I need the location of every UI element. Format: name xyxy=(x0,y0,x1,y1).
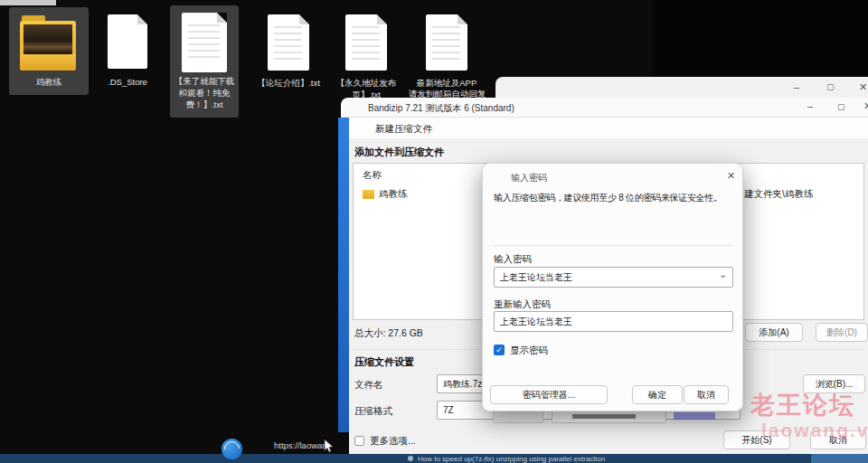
folder-thumbnail xyxy=(24,24,72,54)
page-lines xyxy=(274,26,302,61)
desktop-icon-dsstore[interactable]: .DS_Store xyxy=(94,7,161,95)
desktop-icon-readme[interactable]: 【来了就能下载 和观看！纯免 费！】.txt xyxy=(170,5,239,118)
maximize-icon[interactable]: ▢ xyxy=(837,102,845,112)
list-row-name[interactable]: 鸡教练 xyxy=(379,188,408,201)
page-fold xyxy=(137,14,147,24)
close-icon[interactable]: ✕ xyxy=(859,82,867,92)
more-options-label: 更多选项... xyxy=(370,435,416,448)
file-icon xyxy=(426,14,467,71)
folder-front-lip xyxy=(20,54,76,71)
desktop-icon-label: 鸡教练 xyxy=(9,77,89,89)
password-input[interactable]: 上老王论坛当老王 ⌄ xyxy=(494,267,733,288)
background-window-titlebar: – ▢ ✕ xyxy=(495,77,868,99)
desktop-icon-label: 【永久地址发布 xyxy=(331,78,401,90)
taskbar-video-title: How to speed up(7z-fix) unzipping using … xyxy=(418,455,605,463)
desktop-icon-label: 【来了就能下载 xyxy=(170,76,239,88)
password-value: 上老王论坛当老王 xyxy=(500,271,572,284)
taskbar[interactable]: How to speed up(7z-fix) unzipping using … xyxy=(0,454,868,463)
reenter-password-input[interactable]: 上老王论坛当老王 xyxy=(494,311,733,332)
desktop-icon-label: 【论坛介绍】.txt xyxy=(253,78,324,90)
dialog-title: 新建压缩文件 xyxy=(375,123,432,136)
obscured-text xyxy=(572,414,636,419)
new-archive-header: 新建压缩文件 xyxy=(349,118,868,139)
page-fold xyxy=(377,14,387,24)
delete-button[interactable]: 删除(D) xyxy=(816,323,868,342)
page-lines xyxy=(188,24,220,62)
show-password-checkbox[interactable]: ✓ xyxy=(494,345,505,355)
window-title: Bandizip 7.21 测试版本 6 (Standard) xyxy=(368,102,514,115)
archive-settings-section-label: 压缩文件设置 xyxy=(354,355,414,369)
taskbar-highlight-segment[interactable] xyxy=(811,454,868,463)
ok-button[interactable]: 确定 xyxy=(632,385,683,404)
dialog-divider xyxy=(494,245,733,246)
desktop-dark-region xyxy=(653,0,868,78)
watermark-line2: laowang.vip xyxy=(761,420,868,441)
page-fold xyxy=(299,14,309,24)
maximize-icon[interactable]: ▢ xyxy=(826,82,835,92)
page-fold xyxy=(217,13,227,23)
close-icon[interactable]: ✕ xyxy=(863,101,868,111)
chevron-down-icon[interactable]: ⌄ xyxy=(719,269,727,280)
desktop: 鸡教练 .DS_Store 【来了就能下载 和观看！纯免 费！】.txt 【论坛… xyxy=(0,0,868,463)
link-fragment[interactable] xyxy=(674,412,715,420)
password-dialog-title: 输入密码 xyxy=(511,172,547,184)
folder-icon xyxy=(363,190,374,199)
minimize-icon[interactable]: – xyxy=(807,101,813,111)
top-left-window-sliver xyxy=(0,0,56,5)
reenter-password-label: 重新输入密码 xyxy=(494,298,551,311)
page-fold xyxy=(458,14,467,24)
add-button[interactable]: 添加(A) xyxy=(745,323,803,342)
list-header-name: 名称 xyxy=(363,169,382,182)
password-label: 输入密码 xyxy=(494,253,532,266)
reenter-password-value: 上老王论坛当老王 xyxy=(500,316,572,328)
minimize-icon[interactable]: – xyxy=(794,82,799,92)
dialog-cancel-button[interactable]: 取消 xyxy=(684,385,729,404)
blue-window-edge xyxy=(338,118,349,432)
desktop-icon-latest-address[interactable]: 最新地址及APP 请发到邮箱自动回复 xyxy=(409,7,485,107)
file-icon xyxy=(182,13,227,72)
password-dialog: 输入密码 ✕ 输入压缩包密码，建议使用至少 8 位的密码来保证安全性。 输入密码… xyxy=(482,163,743,411)
taskbar-bandizip-icon[interactable] xyxy=(222,439,242,459)
desktop-icon-label: 和观看！纯免 xyxy=(170,88,239,99)
bandizip-titlebar[interactable]: Bandizip 7.21 测试版本 6 (Standard) – ▢ ✕ xyxy=(341,98,868,118)
page-lines xyxy=(432,26,460,61)
desktop-icon-intro[interactable]: 【论坛介绍】.txt xyxy=(253,7,324,95)
desktop-icon-label: .DS_Store xyxy=(94,77,161,89)
list-row-path-fragment: 建文件夹\鸡教练 xyxy=(744,188,813,201)
file-icon xyxy=(345,14,387,71)
desktop-icon-label: 费！】.txt xyxy=(170,99,239,111)
desktop-icon-permanent-address[interactable]: 【永久地址发布 页】.txt xyxy=(331,7,401,107)
filename-label: 文件名 xyxy=(354,379,383,392)
file-icon xyxy=(108,14,147,69)
more-options-checkbox[interactable] xyxy=(354,436,364,446)
password-manager-button[interactable]: 密码管理器... xyxy=(490,385,608,404)
status-url: https://laowan xyxy=(274,440,327,450)
media-icon xyxy=(408,456,413,461)
password-description: 输入压缩包密码，建议使用至少 8 位的密码来保证安全性。 xyxy=(494,192,722,204)
desktop-icon-folder[interactable]: 鸡教练 xyxy=(9,7,89,95)
show-password-label: 显示密码 xyxy=(510,345,548,357)
close-icon[interactable]: ✕ xyxy=(727,170,735,182)
watermark-line1: 老王论坛 xyxy=(750,389,855,421)
desktop-icon-label: 最新地址及APP xyxy=(409,78,485,90)
total-size-label: 总大小: 27.6 GB xyxy=(354,327,423,340)
mouse-cursor xyxy=(324,439,335,454)
format-label: 压缩格式 xyxy=(354,405,392,418)
add-files-section-label: 添加文件到压缩文件 xyxy=(354,146,444,159)
file-icon xyxy=(268,14,309,71)
page-lines xyxy=(352,26,380,61)
